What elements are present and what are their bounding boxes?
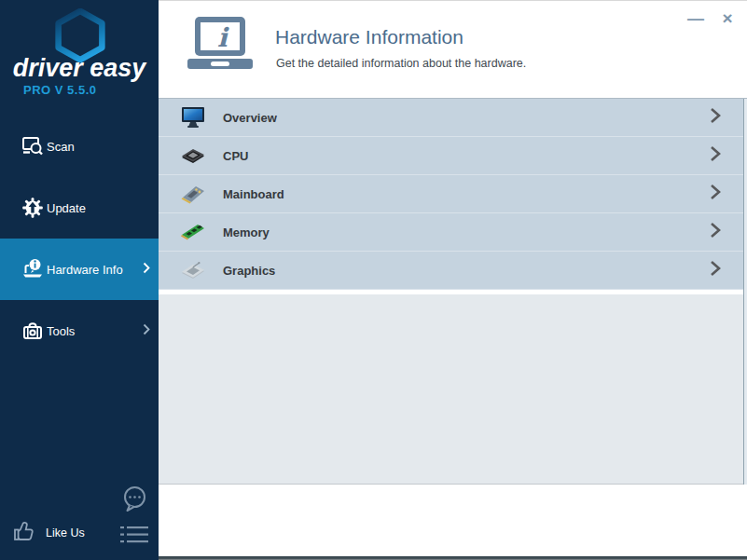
list-item-label: CPU — [223, 149, 248, 163]
sidebar-item-label: Update — [47, 201, 86, 215]
chevron-right-icon — [710, 260, 721, 280]
version-label: PRO V 5.5.0 — [23, 83, 96, 97]
page-header: i Hardware Information Get the detailed … — [159, 1, 747, 99]
hardware-info-icon — [21, 258, 44, 280]
overview-monitor-icon — [180, 105, 206, 130]
feedback-chat-button[interactable] — [120, 485, 149, 517]
cpu-chip-icon — [180, 143, 206, 168]
content-empty-area — [159, 294, 743, 485]
memory-ram-icon — [180, 220, 206, 244]
page-subtitle: Get the detailed information about the h… — [276, 57, 526, 70]
list-item-memory[interactable]: Memory — [159, 213, 743, 252]
sidebar-item-hardware-info[interactable]: Hardware Info — [0, 239, 159, 300]
page-title: Hardware Information — [275, 26, 463, 48]
minimize-button[interactable]: — — [684, 7, 708, 31]
app-window: driver easy PRO V 5.5.0 Scan — [0, 0, 747, 560]
graphics-card-icon — [180, 258, 206, 282]
list-item-cpu[interactable]: CPU — [159, 137, 743, 175]
list-item-overview[interactable]: Overview — [159, 99, 743, 137]
chevron-right-icon — [710, 107, 721, 128]
main-panel: i Hardware Information Get the detailed … — [159, 0, 747, 556]
tools-icon — [21, 320, 44, 342]
scroll-gutter — [743, 99, 747, 485]
chevron-right-icon — [143, 322, 150, 339]
thumbs-up-icon — [12, 518, 37, 547]
sidebar: driver easy PRO V 5.5.0 Scan — [0, 0, 159, 556]
brand-name: driver easy — [0, 54, 159, 83]
list-item-label: Graphics — [223, 264, 275, 278]
hardware-list: Overview CPU — [159, 99, 743, 290]
mainboard-icon — [180, 182, 206, 206]
list-item-label: Mainboard — [223, 187, 284, 201]
menu-list-button[interactable] — [120, 525, 148, 549]
bottom-border-right — [159, 556, 747, 560]
sidebar-item-tools[interactable]: Tools — [0, 300, 159, 362]
sidebar-item-label: Scan — [47, 140, 75, 154]
chat-bubble-icon — [120, 500, 149, 516]
window-bottom-border — [0, 556, 747, 560]
update-icon — [21, 197, 44, 219]
list-icon — [120, 532, 148, 548]
chevron-right-icon — [710, 222, 721, 242]
sidebar-menu: Scan — [0, 116, 159, 362]
hardware-information-icon: i — [187, 16, 254, 74]
like-us-button[interactable]: Like Us — [12, 518, 85, 547]
window-controls: — × — [684, 7, 740, 31]
sidebar-item-scan[interactable]: Scan — [0, 116, 159, 177]
like-us-label: Like Us — [46, 526, 85, 540]
close-button[interactable]: × — [715, 7, 740, 31]
sidebar-item-label: Hardware Info — [47, 263, 123, 277]
chevron-right-icon — [710, 145, 721, 166]
list-item-graphics[interactable]: Graphics — [159, 252, 743, 290]
list-item-mainboard[interactable]: Mainboard — [159, 175, 743, 213]
chevron-right-icon — [143, 261, 150, 278]
list-item-label: Memory — [223, 225, 270, 239]
chevron-right-icon — [710, 184, 721, 204]
scan-icon — [21, 135, 44, 157]
list-item-label: Overview — [223, 111, 277, 125]
sidebar-item-update[interactable]: Update — [0, 177, 159, 239]
sidebar-item-label: Tools — [47, 324, 75, 338]
bottom-border-left — [0, 556, 159, 560]
